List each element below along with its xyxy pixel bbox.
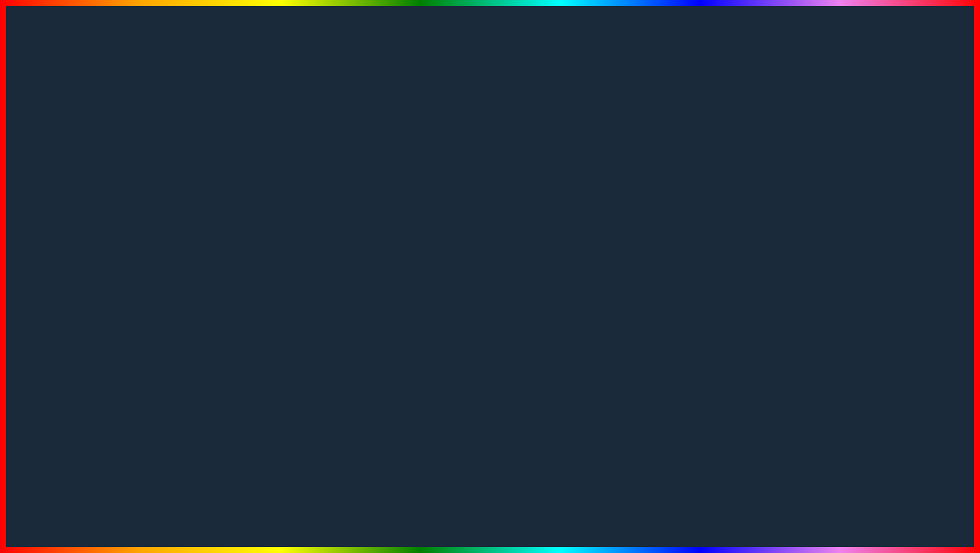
right-sidebar-fruit[interactable]: ✂️ Fruit [669, 286, 709, 314]
checkmark-2: ✔ [237, 263, 244, 272]
right-weapons-label: Weapons [678, 221, 700, 226]
bf-circle-svg [889, 447, 939, 498]
auto-mirage-checkbox[interactable] [298, 245, 306, 253]
right-settings-icon: ⚙️ [684, 236, 695, 246]
bf-logo-text-bottom: FRUITS [878, 525, 950, 543]
svg-point-13 [446, 199, 458, 209]
svg-rect-16 [493, 256, 508, 297]
svg-point-14 [522, 199, 534, 209]
select-mode-farm[interactable]: Select Mode Farm : Normal Mode ▼ [95, 193, 306, 206]
sidebar-teleport-label: Teleport [61, 330, 79, 336]
svg-point-33 [907, 464, 913, 470]
divider-1 [95, 190, 306, 190]
svg-point-9 [469, 147, 511, 167]
mobile-text: MOBILE [48, 213, 244, 250]
right-main-label: Main [684, 193, 695, 199]
svg-rect-19 [477, 195, 503, 226]
dropdown-arrow: ▼ [296, 196, 302, 203]
svg-point-34 [915, 464, 921, 470]
svg-rect-15 [472, 256, 487, 297]
svg-point-22 [491, 296, 509, 304]
panel-right-title: NEVA HUB | BLOX FRUIT [691, 159, 762, 166]
fluxus-line-2: HYDROGEN [772, 174, 924, 202]
right-teleport-icon: 📍 [684, 319, 695, 328]
right-stats-label: Stats [683, 275, 695, 281]
android-text: ANDROID ✔ ✔ [48, 250, 244, 286]
right-weapons-icon: ⚔️ [684, 209, 695, 219]
character-svg [444, 142, 536, 335]
neva-logo-left [55, 157, 67, 169]
svg-marker-5 [657, 357, 669, 365]
panel-main-label: Main [95, 178, 306, 186]
panel-left-header-left: NEVA HUB | BLOX FRUIT [55, 157, 142, 169]
android-label: ANDROID [48, 250, 219, 286]
right-teleport-label: Teleport [680, 330, 699, 336]
svg-point-21 [471, 296, 489, 304]
sidebar-fruit[interactable]: ✂️ Fruit [50, 286, 90, 314]
fruit-icon: ✂️ [65, 291, 75, 301]
skypeian-transform-btn[interactable]: Skypeian Fake Transform [715, 215, 802, 231]
panel-left-title: NEVA HUB | BLOX FRUIT [71, 159, 142, 166]
title-blox: BLOX [233, 15, 448, 109]
chest-svg [640, 355, 696, 405]
fluxus-hydrogen-text: FLUXUS HYDROGEN [772, 145, 924, 202]
right-fruit-label: Fruit [684, 303, 695, 308]
script-pastebin-text: SCRIPT PASTEBIN [367, 495, 639, 525]
main-title: BLOX FRUITS [233, 15, 747, 109]
auto-mirage-hop-checkbox[interactable] [298, 262, 306, 270]
right-settings-label: Settings [680, 248, 698, 254]
right-sidebar-main[interactable]: 🏠 Main [669, 177, 709, 204]
sidebar-main-label: Main [64, 193, 76, 199]
svg-marker-6 [669, 357, 681, 365]
teleport-icon: 📍 [65, 319, 75, 328]
panel-left-time: 09/02/2023 - 07:31:40 AM [ ID ] [228, 160, 306, 166]
right-sidebar-weapons[interactable]: ⚔️ Weapons [669, 204, 709, 231]
right-home-icon: 🏠 [684, 182, 695, 191]
character-figure [427, 142, 553, 337]
right-stats-icon: 📈 [684, 264, 695, 273]
svg-rect-31 [912, 477, 916, 481]
ghoul-transform-btn[interactable]: Ghoul Fake Transform [715, 234, 802, 250]
mobile-android-text: MOBILE ANDROID ✔ ✔ [48, 213, 244, 286]
panel-left-header: NEVA HUB | BLOX FRUIT 09/02/2023 - 07:31… [50, 154, 311, 172]
right-sidebar-settings[interactable]: ⚙️ Settings [669, 231, 709, 259]
right-sidebar-stats[interactable]: 📈 Stats [669, 259, 709, 286]
fluxus-line-1: FLUXUS [772, 145, 924, 174]
cyborg-transform-btn[interactable]: Cyborg Fake Transform [715, 253, 802, 268]
svg-point-36 [922, 459, 928, 465]
svg-rect-30 [908, 477, 911, 481]
svg-point-26 [495, 170, 498, 174]
svg-point-35 [900, 459, 906, 465]
neva-logo-right [674, 157, 687, 169]
home-icon: 🏠 [65, 182, 75, 191]
extra-icon: 🔵 [65, 346, 75, 356]
title-fruits: FRUITS [469, 15, 747, 109]
svg-point-25 [482, 170, 485, 174]
sidebar-teleport[interactable]: 📍 Teleport [50, 314, 90, 341]
panel-right-sidebar: 🏠 Main ⚔️ Weapons ⚙️ Settings 📈 Stats ✂️… [669, 172, 710, 345]
svg-rect-20 [470, 249, 510, 256]
svg-point-3 [664, 380, 672, 388]
checkmark-1: ✔ [224, 263, 232, 272]
blox-fruits-logo: BLOX FRUITS [878, 437, 950, 543]
svg-marker-7 [681, 357, 691, 365]
bf-logo-circle [878, 437, 950, 508]
select-label: Select Mode Farm : Normal Mode [100, 196, 191, 203]
sidebar-extra[interactable]: 🔵 [50, 341, 90, 361]
auto-farm-bottom-text: AUTO FARM [25, 482, 356, 538]
sidebar-main[interactable]: 🏠 Main [50, 177, 90, 204]
svg-marker-4 [645, 357, 657, 365]
sidebar-fruit-label: Fruit [65, 303, 75, 308]
treasure-chest [640, 355, 696, 416]
auto-farm-checkbox[interactable] [298, 214, 306, 222]
panel-right-header-left: NEVA HUB | BLOX FRUIT [674, 157, 762, 169]
right-sidebar-teleport[interactable]: 📍 Teleport [669, 314, 709, 341]
right-fruit-icon: ✂️ [684, 291, 695, 301]
bf-logo-text-top: BLOX [878, 510, 950, 525]
bottom-text-area: AUTO FARM SCRIPT PASTEBIN [25, 482, 955, 538]
svg-rect-32 [917, 477, 920, 481]
